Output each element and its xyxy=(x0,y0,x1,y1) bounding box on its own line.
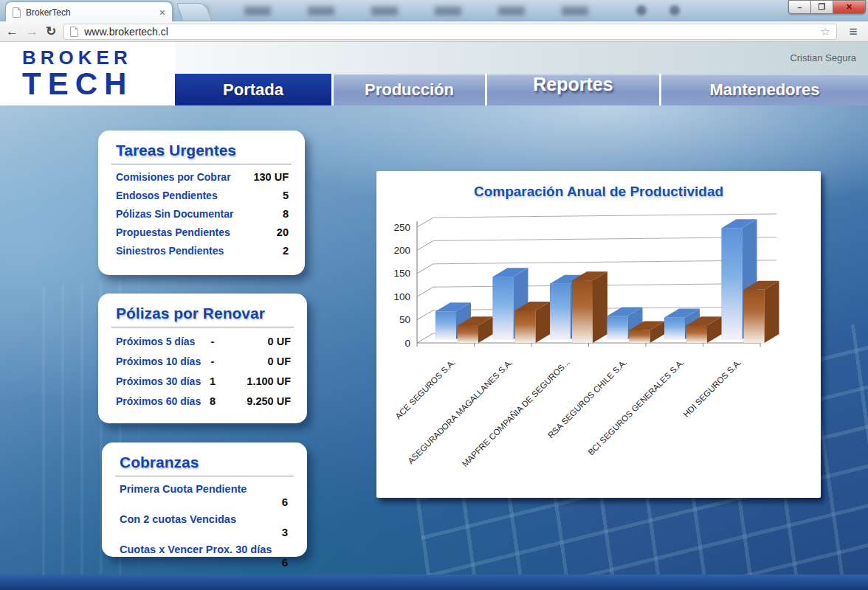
background-ghost-icon xyxy=(669,5,680,15)
x-category-label: BCI SEGUROS GENERALES S.A. xyxy=(586,358,686,457)
renewal-count: - xyxy=(202,336,223,347)
task-label[interactable]: Siniestros Pendientes xyxy=(116,245,224,257)
renewal-label[interactable]: Próximos 60 días xyxy=(116,395,202,407)
forward-button[interactable]: → xyxy=(26,25,38,38)
renewal-label[interactable]: Próximos 30 días xyxy=(116,375,202,387)
y-tick-label: 100 xyxy=(393,291,410,302)
background-window-menu-blur xyxy=(181,7,616,15)
task-row: Propuestas Pendientes20 xyxy=(116,226,289,238)
nav-tab-produccion[interactable]: Producción xyxy=(331,74,485,105)
address-bar[interactable]: www.brokertech.cl ☆ xyxy=(63,24,837,40)
url-text[interactable]: www.brokertech.cl xyxy=(84,26,814,38)
window-restore-button[interactable]: ❐ xyxy=(810,0,833,14)
logged-in-user: Cristian Segura xyxy=(790,52,856,63)
y-tick-label: 150 xyxy=(393,268,410,279)
collection-label[interactable]: Con 2 cuotas Vencidas xyxy=(120,513,291,525)
task-label[interactable]: Endosos Pendientes xyxy=(116,190,218,201)
nav-tab-label: Mantenedores xyxy=(709,80,819,100)
bookmark-star-icon[interactable]: ☆ xyxy=(821,26,830,37)
logo-line1: BROKER xyxy=(22,48,175,67)
x-category-label: HDI SEGUROS S.A. xyxy=(681,358,743,419)
new-tab-button[interactable] xyxy=(176,3,213,21)
main-navigation: PortadaProducciónReportesMantenedores xyxy=(175,74,868,105)
window-minimize-button[interactable]: – xyxy=(788,0,811,14)
background-ghost-icon xyxy=(636,5,647,15)
footer-band xyxy=(0,575,868,590)
page-icon xyxy=(70,27,78,37)
task-value: 2 xyxy=(283,245,289,257)
panel-tareas-urgentes: Tareas Urgentes Comisiones por Cobrar130… xyxy=(98,131,305,275)
renewal-label[interactable]: Próximos 5 días xyxy=(116,336,202,347)
task-label[interactable]: Comisiones por Cobrar xyxy=(116,171,231,183)
renewal-row: Próximos 10 días-0 UF xyxy=(116,355,291,367)
x-category-label: ACE SEGUROS S.A. xyxy=(393,358,457,421)
nav-tab-portada[interactable]: Portada xyxy=(175,74,331,105)
logo-line2: TECH xyxy=(22,69,175,100)
browser-tabstrip: BrokerTech × – ❐ ✕ xyxy=(0,0,868,21)
y-tick-label: 250 xyxy=(393,222,410,233)
task-row: Comisiones por Cobrar130 UF xyxy=(116,171,289,183)
renewal-value: 1.100 UF xyxy=(223,375,291,387)
x-category-label: MAPFRE COMPAÑIA DE SEGUROS... xyxy=(461,358,571,468)
browser-menu-icon[interactable]: ≡ xyxy=(844,24,862,38)
renewal-value: 9.250 UF xyxy=(223,395,291,407)
bar-series_2-6 xyxy=(744,281,779,343)
nav-tab-reportes[interactable]: Reportes xyxy=(485,74,659,105)
task-value: 5 xyxy=(283,190,289,201)
panel-polizas-por-renovar: Pólizas por Renovar Próximos 5 días-0 UF… xyxy=(98,294,307,423)
task-value: 8 xyxy=(283,208,289,220)
productivity-chart-svg: 050100150200250ACE SEGUROS S.A.ASEGURADO… xyxy=(376,206,821,496)
header-strip: Cristian Segura xyxy=(175,42,868,74)
divider xyxy=(111,164,292,164)
renewal-row: Próximos 60 días89.250 UF xyxy=(116,395,291,407)
y-tick-label: 50 xyxy=(399,314,410,325)
collection-row: Con 2 cuotas Vencidas3 xyxy=(120,513,291,538)
tab-close-icon[interactable]: × xyxy=(159,7,165,18)
window-close-button[interactable]: ✕ xyxy=(833,0,866,14)
nav-tab-label: Portada xyxy=(223,80,283,100)
panel-title: Cobranzas xyxy=(120,454,294,471)
task-label[interactable]: Propuestas Pendientes xyxy=(116,226,230,238)
collection-label[interactable]: Cuotas x Vencer Prox. 30 días xyxy=(120,544,291,555)
collection-row: Primera Cuota Pendiente6 xyxy=(120,483,291,508)
task-row: Pólizas Sin Documentar8 xyxy=(116,208,289,220)
renewal-count: 8 xyxy=(202,395,223,407)
task-row: Endosos Pendientes5 xyxy=(116,190,289,201)
tab-title: BrokerTech xyxy=(26,7,154,18)
bar-series_2-3 xyxy=(572,271,607,343)
task-value: 20 xyxy=(277,226,289,238)
collection-label[interactable]: Primera Cuota Pendiente xyxy=(120,483,291,495)
window-controls: – ❐ ✕ xyxy=(789,0,866,14)
collection-value: 3 xyxy=(120,526,288,538)
collection-value: 6 xyxy=(120,496,288,508)
renewal-value: 0 UF xyxy=(223,355,291,367)
bar-series_2-2 xyxy=(515,302,551,343)
reload-button[interactable]: ↻ xyxy=(46,25,56,38)
task-label[interactable]: Pólizas Sin Documentar xyxy=(116,208,233,220)
renewal-count: 1 xyxy=(202,375,223,387)
panel-title: Tareas Urgentes xyxy=(116,142,292,159)
renewal-row: Próximos 30 días11.100 UF xyxy=(116,375,291,387)
logo-brokertech[interactable]: BROKER TECH xyxy=(0,42,175,105)
task-value: 130 UF xyxy=(253,171,289,183)
divider xyxy=(115,476,294,476)
nav-tab-label: Producción xyxy=(365,80,454,100)
renewal-row: Próximos 5 días-0 UF xyxy=(116,336,291,347)
panel-productivity-chart: Comparación Anual de Productividad 05010… xyxy=(376,171,821,498)
panel-cobranzas: Cobranzas Primera Cuota Pendiente6Con 2 … xyxy=(102,442,307,557)
collection-row: Cuotas x Vencer Prox. 30 días6 xyxy=(120,544,291,569)
page-favicon-icon xyxy=(13,7,21,18)
browser-tab[interactable]: BrokerTech × xyxy=(5,1,173,22)
renewal-label[interactable]: Próximos 10 días xyxy=(116,355,202,367)
browser-toolbar: ← → ↻ www.brokertech.cl ☆ ≡ xyxy=(0,21,868,42)
divider xyxy=(111,327,294,327)
nav-tab-label: Reportes xyxy=(533,74,613,95)
renewal-count: - xyxy=(202,355,223,367)
panel-title: Pólizas por Renovar xyxy=(116,305,294,322)
y-tick-label: 200 xyxy=(393,245,410,256)
chart-title: Comparación Anual de Productividad xyxy=(376,171,821,200)
browser-window: BrokerTech × – ❐ ✕ ← → ↻ www.brokertech.… xyxy=(0,0,868,590)
nav-tab-mantenedores[interactable]: Mantenedores xyxy=(659,74,868,105)
renewal-value: 0 UF xyxy=(223,336,291,347)
back-button[interactable]: ← xyxy=(6,25,18,38)
